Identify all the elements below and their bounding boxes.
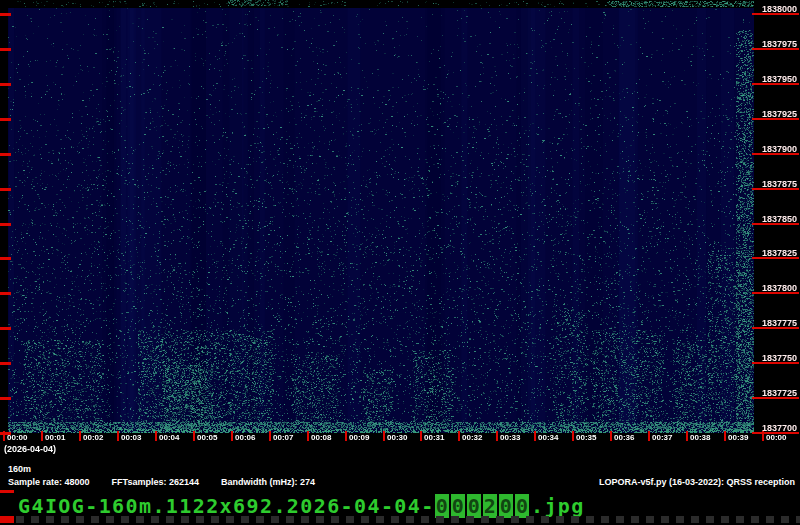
time-tick-label: 00:34 (538, 433, 558, 442)
filename-prefix: G4IOG-160m.1122x692.2026-04-04- (18, 494, 435, 518)
stats-item: FFTsamples: 262144 (112, 477, 199, 487)
time-tick-label: 00:37 (652, 433, 672, 442)
stats-item: Bandwidth (mHz): 274 (221, 477, 315, 487)
time-tick-mark (496, 431, 498, 441)
frequency-tick-mark-left (0, 327, 11, 330)
time-tick-label: 00:39 (728, 433, 748, 442)
time-tick-label: 00:05 (197, 433, 217, 442)
time-tick-mark (383, 431, 385, 441)
time-tick-mark (155, 431, 157, 441)
filename-highlight-digit: 0 (467, 494, 481, 518)
filename-highlight-digit: 0 (515, 494, 529, 518)
time-tick-label: 00:03 (121, 433, 141, 442)
time-tick-label: 00:08 (311, 433, 331, 442)
frequency-tick-mark-left (0, 83, 11, 86)
filename-highlight-digit: 0 (451, 494, 465, 518)
time-tick-mark (648, 431, 650, 441)
frequency-tick-mark-left (0, 13, 11, 16)
time-tick-mark (420, 431, 422, 441)
time-tick-mark (79, 431, 81, 441)
frequency-tick-label: 1837850 (750, 214, 797, 224)
time-tick-mark (41, 431, 43, 441)
time-tick-mark (345, 431, 347, 441)
frequency-tick-mark-left (0, 223, 11, 226)
band-label: 160m (8, 464, 31, 474)
frequency-tick-label: 1837725 (750, 388, 797, 398)
frequency-tick-mark-left (0, 188, 11, 191)
filename-caption: G4IOG-160m.1122x692.2026-04-04-000200.jp… (18, 494, 585, 518)
date-label: (2026-04-04) (4, 444, 56, 454)
time-tick-label: 00:02 (83, 433, 103, 442)
frequency-tick-label: 1837925 (750, 109, 797, 119)
frequency-tick-mark-left (0, 153, 11, 156)
time-tick-mark (231, 431, 233, 441)
time-tick-label: 00:06 (235, 433, 255, 442)
time-tick-label: 00:38 (690, 433, 710, 442)
frequency-tick-mark-left (0, 397, 11, 400)
time-tick-label: 00:00 (766, 433, 786, 442)
time-tick-label: 00:32 (462, 433, 482, 442)
frequency-tick-label: 1837800 (750, 283, 797, 293)
time-tick-mark (572, 431, 574, 441)
time-tick-label: 00:07 (273, 433, 293, 442)
filename-highlight-digit: 0 (499, 494, 513, 518)
time-tick-mark (193, 431, 195, 441)
time-tick-label: 00:09 (349, 433, 369, 442)
frequency-tick-mark-left (0, 118, 11, 121)
frequency-tick-label: 1837700 (750, 423, 797, 433)
stats-item: Sample rate: 48000 (8, 477, 90, 487)
time-tick-mark (3, 431, 5, 441)
filename-highlight-digit: 0 (435, 494, 449, 518)
time-tick-mark (610, 431, 612, 441)
time-tick-mark (762, 431, 764, 441)
time-tick-label: 00:04 (159, 433, 179, 442)
time-tick-label: 00:30 (387, 433, 407, 442)
frequency-tick-label: 1837975 (750, 39, 797, 49)
filename-suffix: .jpg (531, 494, 585, 518)
frequency-tick-label: 1838000 (750, 4, 797, 14)
time-tick-label: 00:33 (500, 433, 520, 442)
sample-rate-info: Sample rate: 48000FFTsamples: 262144Band… (8, 477, 337, 487)
time-tick-mark (534, 431, 536, 441)
frequency-tick-label: 1837825 (750, 248, 797, 258)
frequency-tick-label: 1837950 (750, 74, 797, 84)
frequency-tick-mark-left (0, 292, 11, 295)
time-tick-label: 00:35 (576, 433, 596, 442)
frequency-tick-mark-left (0, 362, 11, 365)
spectrogram-canvas (8, 0, 754, 433)
frequency-tick-label: 1837875 (750, 179, 797, 189)
frequency-tick-mark-left (0, 257, 11, 260)
frequency-tick-label: 1837775 (750, 318, 797, 328)
time-tick-label: 00:36 (614, 433, 634, 442)
frequency-tick-mark-left (0, 48, 11, 51)
filename-highlight: 000200 (435, 494, 531, 518)
time-tick-mark (724, 431, 726, 441)
filename-highlight-digit: 2 (483, 494, 497, 518)
time-tick-mark (117, 431, 119, 441)
frequency-tick-label: 1837750 (750, 353, 797, 363)
qrss-grabber-image: 1838000183797518379501837925183790018378… (0, 0, 800, 525)
time-tick-label: 00:00 (7, 433, 27, 442)
time-tick-label: 00:01 (45, 433, 65, 442)
time-tick-mark (307, 431, 309, 441)
time-tick-label: 00:31 (424, 433, 444, 442)
time-tick-mark (269, 431, 271, 441)
dashed-separator (16, 516, 800, 523)
frequency-tick-label: 1837900 (750, 144, 797, 154)
red-marker-bottom (0, 516, 14, 523)
red-marker-mid (0, 490, 14, 493)
app-credit: LOPORA-v5f.py (16-03-2022): QRSS recepti… (599, 477, 795, 487)
time-tick-mark (686, 431, 688, 441)
time-tick-mark (458, 431, 460, 441)
